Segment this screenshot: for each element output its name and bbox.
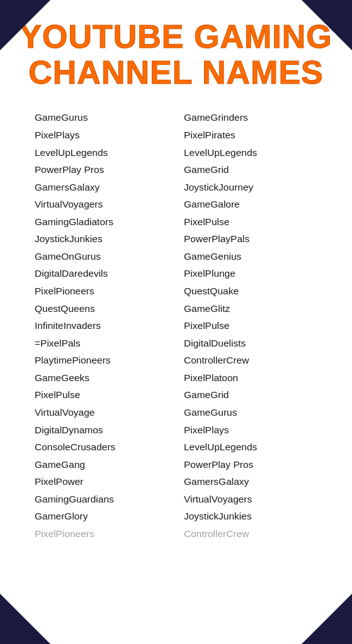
right-channel-name: PowerPlayPals xyxy=(184,231,327,247)
right-channel-name: PixelPulse xyxy=(184,214,327,230)
left-channel-name: VirtualVoyage xyxy=(35,404,178,421)
title-line1: YouTube Gaming xyxy=(13,19,339,55)
left-channel-name: GamingGuardians xyxy=(35,491,178,508)
left-channel-name: PixelPioneers xyxy=(35,283,178,299)
left-channel-name: GameGeeks xyxy=(35,370,178,386)
right-channel-name: PixelPlunge xyxy=(184,265,327,282)
left-channel-name: ConsoleCrusaders xyxy=(35,439,178,455)
right-column: GameGrindersPixelPiratesLevelUpLegendsGa… xyxy=(184,109,327,541)
left-channel-name: PowerPlay Pros xyxy=(35,162,178,178)
right-channel-name: PixelPlays xyxy=(184,422,327,438)
right-channel-name: ControllerCrew xyxy=(184,352,327,369)
right-channel-name: JoystickJunkies xyxy=(184,508,327,525)
right-channel-name: GameGurus xyxy=(184,404,327,421)
left-column: GameGurusPixelPlaysLevelUpLegendsPowerPl… xyxy=(35,109,178,541)
left-channel-name: DigitalDaredevils xyxy=(35,265,178,282)
right-channel-name: GameGrid xyxy=(184,387,327,403)
left-channel-name: GameOnGurus xyxy=(35,248,178,265)
left-channel-name: LevelUpLegends xyxy=(35,145,178,161)
left-channel-name: PixelPlays xyxy=(35,127,178,143)
left-channel-name: GameGurus xyxy=(35,109,178,126)
right-channel-name: PixelPirates xyxy=(184,127,327,143)
left-channel-name: PixelPulse xyxy=(35,387,178,403)
right-channel-name: GameGrid xyxy=(184,162,327,178)
left-channel-name: VirtualVoyagers xyxy=(35,196,178,213)
right-channel-name: PixelPulse xyxy=(184,318,327,334)
right-channel-name: VirtualVoyagers xyxy=(184,491,327,508)
right-channel-name: PowerPlay Pros xyxy=(184,457,327,473)
channel-names-content: GameGurusPixelPlaysLevelUpLegendsPowerPl… xyxy=(0,103,352,567)
left-channel-name: InfiniteInvaders xyxy=(35,318,178,334)
right-channel-name: GameGrinders xyxy=(184,109,327,126)
title-line2: Channel Names xyxy=(13,55,339,91)
right-channel-name: DigitalDuelists xyxy=(184,335,327,352)
right-channel-name: LevelUpLegends xyxy=(184,439,327,455)
left-channel-name: PlaytimePioneers xyxy=(35,352,178,369)
left-channel-name: GamerGlory xyxy=(35,508,178,525)
right-channel-name: JoystickJourney xyxy=(184,179,327,196)
left-channel-name: GameGang xyxy=(35,457,178,473)
left-channel-name: DigitalDynamos xyxy=(35,422,178,438)
left-channel-name: GamingGladiators xyxy=(35,214,178,230)
right-channel-name: GameGlitz xyxy=(184,301,327,317)
right-channel-name: ControllerCrew xyxy=(184,526,327,542)
right-channel-name: LevelUpLegends xyxy=(184,145,327,161)
left-channel-name: PixelPioneers xyxy=(35,526,178,542)
corner-decoration-bottom-right xyxy=(302,594,352,644)
left-channel-name: =PixelPals xyxy=(35,335,178,352)
page-header: YouTube Gaming Channel Names xyxy=(0,0,352,103)
right-channel-name: GameGalore xyxy=(184,196,327,213)
right-channel-name: GameGenius xyxy=(184,248,327,265)
left-channel-name: PixelPower xyxy=(35,474,178,490)
left-channel-name: GamersGalaxy xyxy=(35,179,178,196)
right-channel-name: PixelPlatoon xyxy=(184,370,327,386)
right-channel-name: QuestQuake xyxy=(184,283,327,299)
left-channel-name: QuestQueens xyxy=(35,301,178,317)
right-channel-name: GamersGalaxy xyxy=(184,474,327,490)
left-channel-name: JoystickJunkies xyxy=(35,231,178,247)
corner-decoration-bottom-left xyxy=(0,594,50,644)
